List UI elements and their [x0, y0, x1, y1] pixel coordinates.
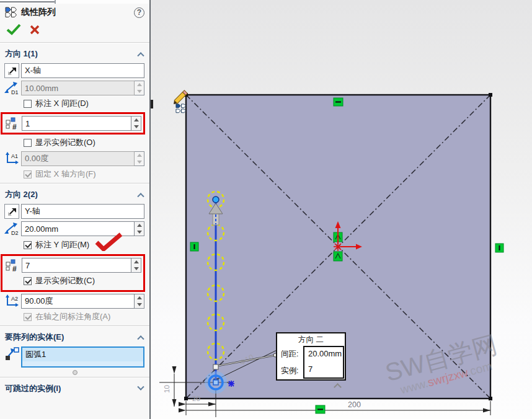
horizontal-constraint-icon[interactable] — [334, 98, 343, 106]
direction1-spacing-spinner[interactable] — [135, 81, 144, 95]
dim-x-spacing-label: 标注 X 间距(D) — [35, 98, 89, 109]
collapse-chevron-icon[interactable] — [137, 335, 144, 342]
instance-count-icon: # — [5, 259, 20, 272]
collapse-chevron-icon[interactable] — [137, 193, 144, 200]
dim-x-spacing-checkbox[interactable] — [24, 100, 32, 108]
svg-text:#: # — [12, 123, 17, 130]
callout-instances-label: 实例: — [277, 363, 303, 380]
svg-text:A1: A1 — [11, 153, 18, 159]
help-icon[interactable]: ? — [134, 7, 144, 18]
spin-up[interactable] — [135, 81, 144, 88]
direction2-count-highlight: # 显示实例记数(C) — [1, 254, 145, 292]
callout-title: 方向 二 — [277, 333, 345, 346]
show-count-d2-checkbox[interactable] — [24, 277, 32, 285]
listbox-resize-handle[interactable] — [73, 370, 78, 375]
svg-text:20: 20 — [192, 395, 200, 402]
svg-text:#: # — [12, 265, 17, 272]
dimension-10[interactable]: 10 — [163, 374, 174, 407]
fix-x-axis-checkbox[interactable] — [24, 170, 32, 179]
direction1-count-spinner[interactable] — [131, 116, 141, 131]
callout-spacing-value[interactable]: 20.00mm — [304, 347, 343, 363]
spin-down[interactable] — [135, 301, 144, 308]
reverse-direction2-button[interactable] — [4, 204, 19, 219]
solidworks-window: 线性阵列 ? 方向 1(1) — [0, 0, 532, 419]
ok-button[interactable] — [6, 24, 21, 35]
show-count-d1-checkbox[interactable] — [24, 139, 32, 147]
spin-up[interactable] — [131, 117, 141, 123]
dimension-200[interactable]: 200 — [186, 400, 490, 413]
entities-list-item[interactable]: 圆弧1 — [22, 348, 143, 361]
direction1-count-input[interactable] — [22, 116, 131, 131]
red-checkmark-annotation — [94, 232, 123, 251]
instance-point[interactable] — [213, 196, 219, 203]
direction2-axis-input[interactable] — [21, 204, 144, 219]
spin-down[interactable] — [135, 229, 144, 236]
angle-a2-icon: A2 — [4, 294, 20, 309]
expand-chevron-icon[interactable] — [137, 384, 144, 390]
show-count-d1-label: 显示实例记数(O) — [35, 137, 95, 148]
direction1-axis-input[interactable] — [21, 63, 144, 78]
dim-y-spacing-checkbox[interactable] — [24, 241, 32, 249]
direction2-count-spinner[interactable] — [131, 258, 141, 273]
sketch-point-asterisk[interactable] — [228, 381, 234, 387]
direction1-angle-input[interactable] — [21, 151, 135, 166]
pattern-callout[interactable]: 方向 二 间距: 实例: 20.00mm 7 — [276, 332, 346, 381]
spacing-d1-icon: D1 — [4, 81, 20, 95]
callout-instances-value[interactable]: 7 — [304, 363, 343, 378]
direction2-angle-spinner[interactable] — [135, 294, 144, 309]
collapse-chevron-icon[interactable] — [137, 52, 144, 59]
fix-x-axis-label: 固定 X 轴方向(F) — [35, 169, 96, 180]
direction1-section-header[interactable]: 方向 1(1) — [0, 45, 149, 61]
spacing-d2-icon: D2 — [4, 222, 20, 236]
spin-down[interactable] — [131, 265, 141, 272]
entities-to-pattern-icon — [4, 346, 20, 361]
reverse-direction-icon — [7, 206, 17, 217]
angle-between-axes-checkbox[interactable] — [24, 313, 32, 321]
spin-down[interactable] — [135, 88, 144, 95]
cancel-button[interactable] — [30, 25, 40, 35]
clipped-icon-fragment — [151, 100, 153, 108]
direction2-section-header[interactable]: 方向 2(2) — [0, 186, 149, 202]
linear-pattern-icon — [5, 7, 17, 18]
entities-listbox[interactable]: 圆弧1 — [21, 346, 144, 368]
property-manager-panel: 线性阵列 ? 方向 1(1) — [0, 0, 151, 419]
divider — [0, 183, 149, 184]
spin-up[interactable] — [135, 222, 144, 229]
vertical-constraint-icon-left[interactable] — [190, 242, 198, 251]
callout-spacing-label: 间距: — [277, 346, 303, 363]
direction1-spacing-input[interactable] — [21, 81, 135, 95]
spin-up[interactable] — [135, 152, 144, 159]
spin-down[interactable] — [135, 159, 144, 165]
dim-y-spacing-label: 标注 Y 间距(M) — [35, 239, 89, 250]
angle-between-axes-label: 在轴之间标注角度(A) — [35, 311, 110, 322]
svg-text:10: 10 — [163, 385, 171, 393]
spin-up[interactable] — [131, 258, 141, 265]
spin-up[interactable] — [135, 294, 144, 301]
divider — [0, 325, 149, 327]
direction1-count-highlight: # — [1, 112, 145, 135]
entities-section-header[interactable]: 要阵列的实体(E) — [0, 329, 149, 345]
center-vertex[interactable] — [213, 380, 218, 385]
reverse-direction-icon — [7, 66, 17, 76]
direction2-count-input[interactable] — [22, 258, 131, 273]
seed-circle-selected[interactable] — [206, 373, 225, 392]
reverse-direction1-button[interactable] — [4, 63, 19, 78]
pencil-cursor-icon — [172, 90, 188, 113]
panel-title: 线性阵列 — [21, 7, 134, 18]
svg-text:A2: A2 — [11, 296, 18, 302]
vertical-constraint-icon-right[interactable] — [495, 244, 503, 252]
scroll-chevron-icon[interactable] — [334, 382, 341, 389]
pattern-drag-handle[interactable] — [213, 364, 218, 369]
graphics-viewport[interactable]: SW自学网 www.swrjzxw.com — [151, 0, 532, 419]
svg-text:200: 200 — [348, 400, 361, 409]
direction2-spacing-spinner[interactable] — [135, 221, 144, 236]
show-count-d2-label: 显示实例记数(C) — [35, 275, 95, 286]
instance-count-icon: # — [5, 117, 20, 130]
angle-a1-icon: A1 — [4, 152, 20, 166]
spin-down[interactable] — [131, 123, 141, 130]
svg-text:D2: D2 — [11, 230, 19, 236]
direction1-angle-spinner[interactable] — [135, 151, 144, 166]
direction2-angle-input[interactable] — [21, 294, 135, 309]
skip-section-header[interactable]: 可跳过的实例(I) — [0, 380, 149, 396]
panel-tab-strip[interactable] — [0, 0, 149, 4]
